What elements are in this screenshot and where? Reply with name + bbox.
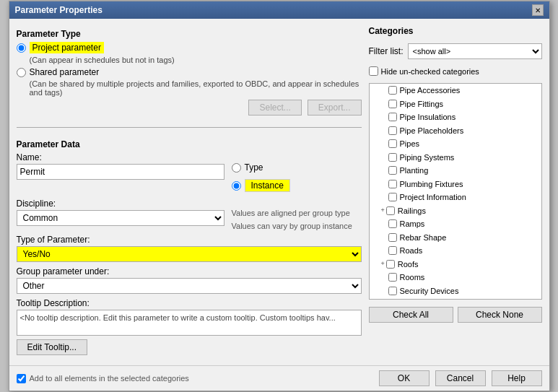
project-param-label[interactable]: Project parameter <box>30 42 104 53</box>
add-elements-checkbox[interactable] <box>17 374 26 383</box>
help-button[interactable]: Help <box>492 370 542 386</box>
filter-label: Filter list: <box>369 46 404 56</box>
parameter-properties-dialog: Parameter Properties ✕ Parameter Type Pr… <box>9 1 550 391</box>
category-item: Plumbing Fixtures <box>370 178 541 191</box>
parameter-type-section: Parameter Type Project parameter (Can ap… <box>17 26 362 118</box>
export-button[interactable]: Export... <box>308 100 362 116</box>
category-label: Planting <box>400 165 429 177</box>
ok-button[interactable]: OK <box>379 370 430 386</box>
discipline-select[interactable]: Common <box>17 210 224 226</box>
category-checkbox[interactable] <box>388 193 397 201</box>
add-elements-row: Add to all elements in the selected cate… <box>17 374 189 383</box>
category-checkbox[interactable] <box>388 139 397 148</box>
values-vary-text: Values can vary by group instance <box>232 222 362 230</box>
type-radio-row: Type <box>232 162 362 173</box>
cancel-button[interactable]: Cancel <box>435 370 486 386</box>
category-checkbox[interactable] <box>388 246 397 255</box>
category-item: Pipe Fittings <box>370 97 541 111</box>
category-checkbox[interactable] <box>388 180 397 188</box>
project-param-radio[interactable] <box>17 43 26 53</box>
category-checkbox[interactable] <box>386 260 395 269</box>
expand-icon[interactable]: + <box>381 206 385 216</box>
hide-unchecked-label: Hide un-checked categories <box>381 67 479 76</box>
shared-param-radio[interactable] <box>17 68 26 77</box>
shared-param-sub: (Can be shared by multiple projects and … <box>30 79 362 97</box>
category-checkbox[interactable] <box>388 100 397 108</box>
close-button[interactable]: ✕ <box>532 4 544 16</box>
categories-list[interactable]: Pipe AccessoriesPipe FittingsPipe Insula… <box>369 83 542 300</box>
category-item: Ramps <box>370 217 541 231</box>
project-param-sub: (Can appear in schedules but not in tags… <box>30 56 362 64</box>
category-item: Security Devices <box>370 284 541 298</box>
category-item: Roads <box>370 244 541 258</box>
category-checkbox[interactable] <box>388 86 397 95</box>
shared-param-row: Shared parameter <box>17 67 362 77</box>
category-checkbox[interactable] <box>388 126 397 135</box>
check-none-button[interactable]: Check None <box>458 307 542 323</box>
type-of-param-col: Type of Parameter: Yes/No <box>17 235 362 262</box>
category-label: Roads <box>400 245 423 257</box>
select-button[interactable]: Select... <box>248 100 301 116</box>
check-all-button[interactable]: Check All <box>369 307 453 323</box>
dialog-body: Parameter Type Project parameter (Can ap… <box>9 19 549 365</box>
expand-icon[interactable]: + <box>381 259 385 269</box>
category-label: Pipe Placeholders <box>400 125 464 137</box>
category-item: Pipe Insulations <box>370 110 541 124</box>
category-label: Plumbing Fixtures <box>400 178 463 191</box>
group-param-label: Group parameter under: <box>17 266 362 276</box>
instance-radio-row: Instance <box>232 179 362 192</box>
name-input[interactable] <box>17 164 224 180</box>
hide-unchecked-checkbox[interactable] <box>369 66 378 76</box>
category-item: Pipe Accessories <box>370 84 541 97</box>
category-label: Project Information <box>400 191 466 204</box>
ok-cancel-row: OK Cancel Help <box>379 370 542 386</box>
category-label: Piping Systems <box>400 152 455 164</box>
category-label: Rooms <box>400 271 425 284</box>
instance-badge: Instance <box>245 179 290 192</box>
discipline-label: Discipline: <box>17 199 224 209</box>
category-checkbox[interactable] <box>386 206 395 215</box>
add-elements-label: Add to all elements in the selected cate… <box>30 374 189 383</box>
type-radio[interactable] <box>232 163 241 173</box>
check-buttons-row: Check All Check None <box>369 307 542 323</box>
title-bar: Parameter Properties ✕ <box>9 1 549 19</box>
category-item: Shaft Openings <box>370 297 541 300</box>
category-item: Rooms <box>370 271 541 284</box>
type-of-param-label: Type of Parameter: <box>17 235 362 245</box>
category-label: Security Devices <box>400 285 459 297</box>
category-checkbox[interactable] <box>388 219 397 228</box>
name-label: Name: <box>17 152 224 162</box>
shared-param-label[interactable]: Shared parameter <box>30 67 100 77</box>
category-label: Ramps <box>400 218 425 230</box>
bottom-row: Add to all elements in the selected cate… <box>9 365 549 391</box>
name-type-row: Name: Type Instance <box>17 152 362 194</box>
category-checkbox[interactable] <box>388 287 397 295</box>
category-item: Planting <box>370 164 541 178</box>
values-col: Values are aligned per group type Values… <box>232 199 362 230</box>
group-param-select[interactable]: Other <box>17 278 362 294</box>
category-checkbox[interactable] <box>388 233 397 242</box>
category-label: Shaft Openings <box>400 298 455 300</box>
filter-select[interactable]: <show all> <box>408 43 542 59</box>
category-checkbox[interactable] <box>388 166 397 175</box>
filter-row: Filter list: <show all> <box>369 43 542 59</box>
tooltip-section: Tooltip Description: <No tooltip descrip… <box>17 298 362 355</box>
tooltip-label: Tooltip Description: <box>17 298 362 308</box>
type-instance-col: Type Instance <box>232 152 362 194</box>
instance-label: Instance <box>251 180 284 191</box>
edit-tooltip-button[interactable]: Edit Tooltip... <box>17 339 87 355</box>
parameter-type-label: Parameter Type <box>17 29 362 39</box>
category-label: Rebar Shape <box>400 232 447 244</box>
category-item: Project Information <box>370 191 541 204</box>
categories-label: Categories <box>369 26 542 36</box>
category-item: +Railings <box>370 204 541 218</box>
category-item: Pipes <box>370 137 541 151</box>
categories-panel: Categories Filter list: <show all> Hide … <box>369 26 542 358</box>
category-checkbox[interactable] <box>388 153 397 162</box>
instance-radio[interactable] <box>232 181 241 191</box>
category-label: Pipe Fittings <box>400 98 444 110</box>
category-checkbox[interactable] <box>388 273 397 282</box>
type-of-param-select[interactable]: Yes/No <box>17 246 362 262</box>
name-col: Name: <box>17 152 224 180</box>
category-checkbox[interactable] <box>388 113 397 121</box>
